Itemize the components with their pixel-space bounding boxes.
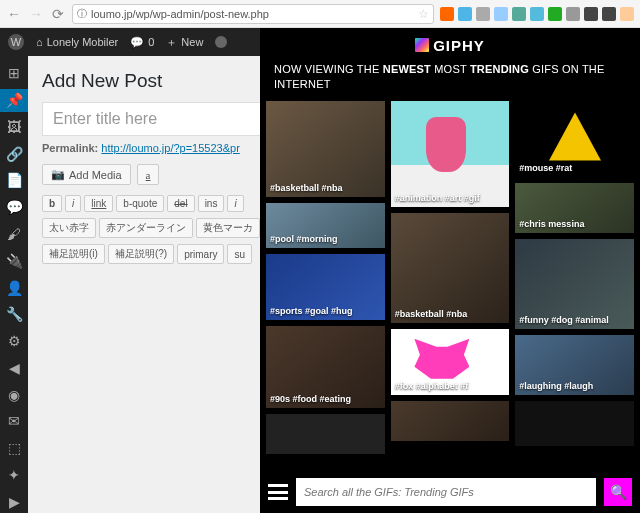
hamburger-icon[interactable] (268, 484, 288, 500)
gif-card[interactable]: #basketball #nba (266, 101, 385, 197)
giphy-column: #animation #art #gif#basketball #nba#fox… (391, 101, 510, 471)
giphy-search-button[interactable]: 🔍 (604, 478, 632, 506)
extension-icon[interactable] (458, 7, 472, 21)
gif-tags: #funny #dog #animal (519, 315, 609, 325)
gif-tags: #chris messina (519, 219, 584, 229)
back-button[interactable]: ← (6, 6, 22, 22)
giphy-logo-text: GIPHY (433, 37, 485, 54)
wp-logo[interactable]: W (8, 34, 24, 50)
seo-indicator[interactable] (215, 36, 227, 48)
sidebar-dashboard-icon[interactable]: ⊞ (0, 62, 28, 85)
toolbar--button[interactable]: 太い赤字 (42, 218, 96, 238)
banner-text: NOW VIEWING THE (274, 63, 383, 75)
toolbar-i-button[interactable]: i (65, 195, 81, 212)
extension-icon[interactable] (620, 7, 634, 21)
gif-card[interactable]: #mouse #rat (515, 101, 634, 177)
a-button[interactable]: a (137, 164, 160, 185)
gif-card[interactable] (266, 414, 385, 454)
toolbar--button[interactable]: 補足説明(?) (108, 244, 174, 264)
gif-card[interactable]: #pool #morning (266, 203, 385, 248)
sidebar-collapse-icon[interactable]: ◀ (0, 356, 28, 379)
toolbar-b-button[interactable]: b (42, 195, 62, 212)
extension-icon[interactable] (476, 7, 490, 21)
sidebar-settings-icon[interactable]: ⚙ (0, 330, 28, 353)
extension-icon[interactable] (512, 7, 526, 21)
gif-card[interactable] (391, 401, 510, 441)
giphy-logo-icon (415, 38, 429, 52)
sidebar-plugins-icon[interactable]: 🔌 (0, 249, 28, 272)
sidebar-pages-icon[interactable]: 📄 (0, 169, 28, 192)
comments-count: 0 (148, 36, 154, 48)
wp-sidebar: ⊞📌🖼🔗📄💬🖌🔌👤🔧⚙◀◉✉⬚✦▶ (0, 56, 28, 513)
sidebar-links-icon[interactable]: 🔗 (0, 142, 28, 165)
gif-thumbnail (391, 401, 510, 441)
gif-tags: #basketball #nba (270, 183, 343, 193)
gif-card[interactable]: #fox #alphabet #f (391, 329, 510, 395)
camera-icon: 📷 (51, 168, 65, 181)
sidebar-users-icon[interactable]: 👤 (0, 276, 28, 299)
add-media-label: Add Media (69, 169, 122, 181)
extension-icon[interactable] (494, 7, 508, 21)
gif-card[interactable]: #laughing #laugh (515, 335, 634, 395)
giphy-search-bar: 🔍 (260, 471, 640, 513)
gif-card[interactable] (515, 401, 634, 446)
permalink-url[interactable]: http://loumo.jp/?p=15523&pr (101, 142, 240, 154)
gif-tags: #90s #food #eating (270, 394, 351, 404)
gif-card[interactable]: #funny #dog #animal (515, 239, 634, 329)
site-link[interactable]: ⌂ Lonely Mobiler (36, 36, 118, 48)
sidebar-media-icon[interactable]: 🖼 (0, 116, 28, 139)
bookmark-star-icon[interactable]: ☆ (418, 7, 429, 21)
sidebar-tools-icon[interactable]: 🔧 (0, 303, 28, 326)
gif-card[interactable]: #basketball #nba (391, 213, 510, 323)
comment-icon: 💬 (130, 36, 144, 49)
extension-icon[interactable] (584, 7, 598, 21)
sidebar-seo-icon[interactable]: ◉ (0, 383, 28, 406)
gif-card[interactable]: #animation #art #gif (391, 101, 510, 207)
banner-text2: MOST (431, 63, 470, 75)
banner-newest: NEWEST (383, 63, 431, 75)
sidebar-jetpack-icon[interactable]: ✦ (0, 463, 28, 486)
sidebar-feedback-icon[interactable]: ✉ (0, 410, 28, 433)
extension-icon[interactable] (440, 7, 454, 21)
comments-link[interactable]: 💬 0 (130, 36, 154, 49)
extension-icon[interactable] (548, 7, 562, 21)
gif-card[interactable]: #90s #food #eating (266, 326, 385, 408)
toolbar--button[interactable]: 黄色マーカ (196, 218, 260, 238)
toolbar-primary-button[interactable]: primary (177, 244, 224, 264)
giphy-panel: GIPHY NOW VIEWING THE NEWEST MOST TRENDI… (260, 28, 640, 513)
gif-tags: #animation #art #gif (395, 193, 480, 203)
gif-card[interactable]: #chris messina (515, 183, 634, 233)
sidebar-comments-icon[interactable]: 💬 (0, 196, 28, 219)
toolbar-bquote-button[interactable]: b-quote (116, 195, 164, 212)
gif-thumbnail (515, 401, 634, 446)
sidebar-appearance-icon[interactable]: 🖌 (0, 223, 28, 246)
gif-thumbnail (266, 414, 385, 454)
extension-icon[interactable] (566, 7, 580, 21)
url-bar[interactable]: ⓘ loumo.jp/wp/wp-admin/post-new.php ☆ (72, 4, 434, 24)
toolbar-link-button[interactable]: link (84, 195, 113, 212)
forward-button[interactable]: → (28, 6, 44, 22)
url-text: loumo.jp/wp/wp-admin/post-new.php (91, 8, 269, 20)
sidebar-custom-icon[interactable]: ⬚ (0, 437, 28, 460)
giphy-search-input[interactable] (296, 478, 596, 506)
toolbar-su-button[interactable]: su (227, 244, 252, 264)
extension-icon[interactable] (602, 7, 616, 21)
toolbar-i-button[interactable]: 補足説明(i) (42, 244, 105, 264)
toolbar-del-button[interactable]: del (167, 195, 194, 212)
sidebar-arrow-icon[interactable]: ▶ (0, 490, 28, 513)
giphy-column: #mouse #rat#chris messina#funny #dog #an… (515, 101, 634, 471)
giphy-header: GIPHY (260, 28, 640, 62)
giphy-column: #basketball #nba#pool #morning#sports #g… (266, 101, 385, 471)
toolbar-ins-button[interactable]: ins (198, 195, 225, 212)
gif-tags: #pool #morning (270, 234, 338, 244)
extension-icon[interactable] (530, 7, 544, 21)
add-media-button[interactable]: 📷 Add Media (42, 164, 131, 185)
toolbar--button[interactable]: 赤アンダーライン (99, 218, 193, 238)
new-link[interactable]: ＋ New (166, 35, 203, 50)
gif-tags: #fox #alphabet #f (395, 381, 469, 391)
gif-tags: #sports #goal #hug (270, 306, 353, 316)
toolbar-i-button[interactable]: i (227, 195, 243, 212)
reload-button[interactable]: ⟳ (50, 6, 66, 22)
gif-card[interactable]: #sports #goal #hug (266, 254, 385, 320)
sidebar-posts-icon[interactable]: 📌 (0, 89, 28, 112)
